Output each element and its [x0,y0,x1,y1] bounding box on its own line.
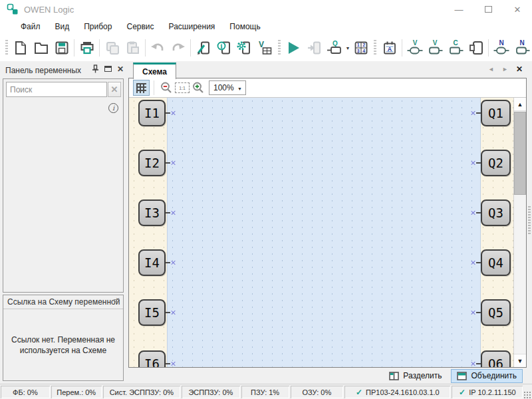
unconnected-pin-icon[interactable] [170,260,176,265]
calendar-button[interactable]: A [379,37,400,59]
save-button[interactable] [52,37,72,59]
unconnected-pin-icon[interactable] [470,210,475,215]
pin-wire[interactable] [166,312,170,313]
device-output-button[interactable] [466,37,487,59]
pin-wire[interactable] [476,162,481,164]
output-block-Q1[interactable]: Q1 [481,100,511,126]
input-v-button[interactable]: V [404,37,425,59]
resize-grip[interactable] [523,391,531,399]
output-block-Q2[interactable]: Q2 [481,150,511,176]
unconnected-pin-icon[interactable] [470,260,475,265]
pin-wire[interactable] [476,363,481,364]
zoom-out-button[interactable] [158,80,174,96]
menu-view[interactable]: Вид [48,20,77,33]
splitter-grip[interactable] [528,206,531,234]
info-icon[interactable]: i [108,103,118,113]
open-button[interactable] [31,37,52,59]
toolbar-grip[interactable] [5,40,8,56]
input-block-I2[interactable]: I2 [138,150,166,176]
copy-icon [104,40,120,56]
variables-table-button[interactable]: V [255,37,275,59]
search-input[interactable] [6,82,107,97]
zoom-fit-button[interactable]: 1:1 [174,80,190,96]
unconnected-pin-icon[interactable] [170,160,176,166]
unconnected-pin-icon[interactable] [170,110,176,116]
pin-wire[interactable] [476,212,481,213]
paste-button[interactable] [122,37,143,59]
pin-wire[interactable] [166,363,170,364]
tab-scroll-left-icon[interactable]: ◄ [488,66,494,72]
minimize-button[interactable]: — [444,0,473,19]
maximize-panel-icon[interactable] [104,66,112,72]
input-n-button[interactable]: N [491,37,511,59]
split-view-button[interactable]: Разделить [384,369,447,383]
unconnected-pin-icon[interactable] [170,361,176,366]
run-simulation-button[interactable] [283,37,304,59]
input-block-I1[interactable]: I1 [138,100,166,126]
unconnected-pin-icon[interactable] [470,361,475,366]
menu-extensions[interactable]: Расширения [162,20,223,33]
toolbar-grip[interactable] [374,40,376,56]
maximize-button[interactable] [473,0,503,19]
input-block-I6[interactable]: I6 [138,350,166,367]
output-block-button[interactable]: Q ▼ [324,37,350,59]
pin-wire[interactable] [166,262,170,263]
print-button[interactable] [76,37,97,59]
digits-table-button[interactable]: 1 2 3 4 [351,37,372,59]
clear-search-button[interactable]: ✕ [108,82,121,97]
unconnected-pin-icon[interactable] [470,160,475,166]
device-info-button[interactable]: i [213,37,234,59]
constant-c-button[interactable]: C [446,37,466,59]
tab-scroll-right-icon[interactable]: ► [502,66,508,72]
split-view-icon [389,372,399,380]
redo-button[interactable] [168,37,189,59]
edit-device-button[interactable] [193,37,213,59]
upload-device-button[interactable] [303,37,324,59]
device-settings-button[interactable] [234,37,255,59]
unconnected-pin-icon[interactable] [170,210,176,215]
zoom-out-icon [160,81,173,94]
undo-button[interactable] [148,37,168,59]
unconnected-pin-icon[interactable] [470,110,475,116]
output-block-Q3[interactable]: Q3 [481,200,511,226]
close-panel-icon[interactable]: ✕ [117,65,124,73]
schematic-canvas[interactable]: I1 I2 I3 I4 I5 I6 [129,98,513,367]
pin-wire[interactable] [476,262,481,263]
input-block-I5[interactable]: I5 [138,299,166,326]
schematic-grid-area[interactable] [167,98,481,367]
menu-help[interactable]: Помощь [222,20,267,33]
tab-schema[interactable]: Схема [133,63,176,79]
menu-file[interactable]: Файл [13,20,48,33]
scroll-up-button[interactable]: ▲ [514,98,526,111]
close-button[interactable]: ✕ [503,0,532,19]
unconnected-pin-icon[interactable] [470,310,475,315]
zoom-in-button[interactable] [190,80,206,96]
zoom-level-select[interactable]: 100% ▼ [209,80,246,95]
pin-wire[interactable] [166,162,170,164]
output-block-Q5[interactable]: Q5 [481,299,511,326]
toolbar-grip[interactable] [278,40,281,56]
menu-device[interactable]: Прибор [76,20,119,33]
collapse-icon[interactable] [114,299,120,303]
unconnected-pin-icon[interactable] [170,310,176,315]
output-v-button[interactable]: V [425,37,446,59]
pin-wire[interactable] [166,212,170,213]
merge-view-button[interactable]: Объединить [451,369,523,383]
output-block-Q6[interactable]: Q6 [481,350,511,367]
output-n-button[interactable]: N [511,37,532,59]
pin-wire[interactable] [166,112,170,114]
menu-service[interactable]: Сервис [119,20,161,33]
new-file-button[interactable] [11,37,31,59]
tab-close-icon[interactable]: ✕ [516,65,523,74]
pin-wire[interactable] [476,312,481,313]
vertical-scrollbar[interactable]: ▲ ▼ [513,98,526,367]
input-block-I4[interactable]: I4 [138,249,166,276]
toggle-grid-button[interactable] [133,80,150,96]
output-block-Q4[interactable]: Q4 [481,249,511,276]
scrollbar-thumb[interactable] [514,112,526,195]
pin-wire[interactable] [476,112,481,114]
input-block-I3[interactable]: I3 [138,200,166,226]
copy-button[interactable] [102,37,122,59]
scroll-down-button[interactable]: ▼ [514,354,526,367]
pin-icon[interactable] [92,65,99,73]
